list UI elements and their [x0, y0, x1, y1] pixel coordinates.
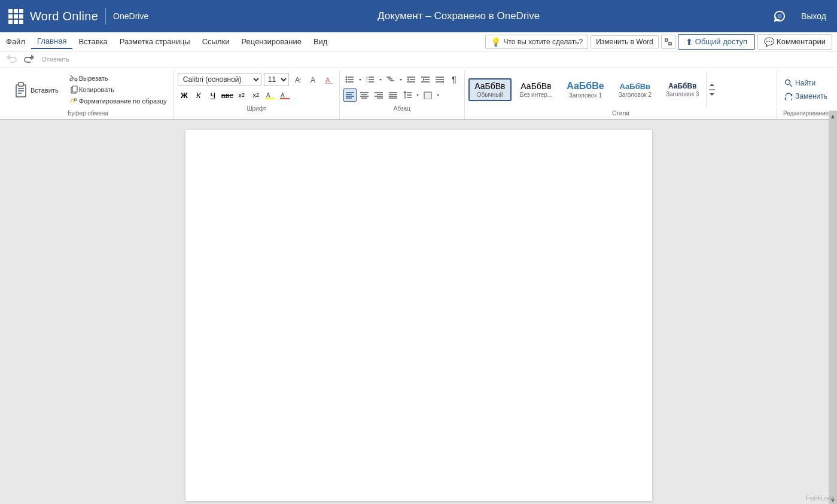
styles-section: АаБбВв Обычный АаБбВв Без интер... АаБбВ…	[465, 71, 777, 119]
svg-point-24	[345, 81, 347, 83]
underline-button[interactable]: Ч	[206, 88, 220, 102]
shading-button[interactable]	[421, 88, 434, 102]
font-grow-button[interactable]: A+	[291, 73, 305, 86]
menu-references[interactable]: Ссылки	[196, 35, 236, 48]
svg-rect-63	[424, 92, 431, 99]
font-family-select[interactable]: Calibri (основной)	[178, 73, 261, 86]
font-color-button[interactable]: A	[278, 88, 291, 102]
bullets-dropdown[interactable]	[358, 77, 363, 83]
clipboard-section: Вставить Вырезать Копировать Форматирова…	[2, 71, 174, 119]
svg-text:+: +	[299, 77, 302, 82]
style-normal[interactable]: АаБбВв Обычный	[468, 78, 512, 101]
style-heading3[interactable]: АаБбВв Заголовок 3	[660, 79, 705, 100]
font-shrink-button[interactable]: A-	[307, 73, 320, 86]
styles-expand-button[interactable]	[706, 72, 717, 108]
comments-button[interactable]: 💬 Комментарии	[757, 34, 832, 50]
waffle-icon[interactable]	[6, 7, 25, 26]
numbering-button[interactable]: 1.2.3.	[364, 73, 377, 86]
svg-text:-: -	[314, 77, 316, 82]
onedrive-link[interactable]: OneDrive	[113, 11, 148, 21]
paste-button[interactable]: Вставить	[6, 76, 64, 104]
svg-rect-3	[19, 83, 23, 86]
bold-button[interactable]: Ж	[178, 88, 191, 102]
format-painter-button[interactable]: Форматирование по образцу	[66, 96, 170, 106]
menu-layout[interactable]: Разметка страницы	[114, 35, 196, 48]
help-search[interactable]: 💡 Что вы хотите сделать?	[485, 35, 588, 49]
line-spacing-button[interactable]	[401, 88, 414, 102]
style-heading1[interactable]: АаБбВе Заголовок 1	[561, 78, 610, 102]
font-size-select[interactable]: 11	[264, 73, 289, 86]
style-heading2[interactable]: АаБбВв Заголовок 2	[613, 79, 658, 101]
menu-view[interactable]: Вид	[308, 35, 334, 48]
svg-rect-9	[74, 99, 77, 100]
align-center-button[interactable]	[358, 88, 371, 102]
comments-icon: 💬	[764, 37, 774, 47]
justify-button[interactable]	[386, 88, 400, 102]
font-label: Шрифт	[178, 104, 336, 113]
svg-text:A: A	[325, 77, 330, 84]
title-bar: Word Online OneDrive Документ – Сохранен…	[0, 0, 837, 32]
title-divider	[105, 8, 106, 25]
italic-button[interactable]: К	[192, 88, 205, 102]
svg-rect-19	[280, 98, 290, 99]
decrease-indent-button[interactable]	[404, 73, 418, 86]
numbering-dropdown[interactable]	[378, 77, 383, 83]
app-name: Word Online	[30, 10, 98, 23]
increase-indent-button[interactable]	[419, 73, 432, 86]
paragraph-section: 1.2.3. ¶	[340, 71, 465, 119]
highlight-button[interactable]: A	[264, 88, 277, 102]
multilevel-dropdown[interactable]	[398, 77, 403, 83]
svg-point-65	[786, 80, 790, 85]
replace-button[interactable]: Заменить	[782, 91, 830, 102]
rtl-button[interactable]	[433, 73, 446, 86]
align-right-button[interactable]	[372, 88, 385, 102]
svg-point-22	[345, 79, 347, 81]
watermark: Fishki.net	[805, 494, 833, 502]
svg-rect-1	[669, 42, 671, 45]
exit-button[interactable]: Выход	[796, 9, 831, 23]
bullets-button[interactable]	[343, 73, 357, 86]
styles-label: Стили	[468, 109, 773, 118]
menu-bar: Файл Главная Вставка Разметка страницы С…	[0, 32, 837, 51]
style-no-spacing[interactable]: АаБбВв Без интер...	[514, 78, 558, 101]
svg-text:A: A	[281, 92, 285, 99]
menu-file[interactable]: Файл	[0, 35, 31, 48]
menu-review[interactable]: Рецензирование	[236, 35, 308, 48]
show-marks-button[interactable]: ¶	[448, 73, 461, 86]
subscript-button[interactable]: x2	[235, 88, 248, 102]
undo-button[interactable]	[4, 51, 20, 68]
svg-rect-8	[72, 86, 77, 92]
scroll-up-arrow[interactable]: ▲	[829, 112, 837, 120]
right-scrollbar[interactable]: ▲ ▼	[829, 111, 837, 504]
shading-dropdown[interactable]	[436, 92, 440, 98]
skype-icon[interactable]	[769, 5, 790, 27]
align-left-button[interactable]	[343, 88, 357, 102]
center-title: Документ – Сохранено в OneDrive	[148, 10, 769, 22]
clipboard-label: Буфер обмена	[6, 109, 170, 118]
superscript-button[interactable]: x2	[249, 88, 263, 102]
svg-line-66	[790, 84, 792, 87]
menu-insert[interactable]: Вставка	[72, 35, 113, 48]
svg-point-20	[345, 77, 347, 78]
multilevel-button[interactable]	[384, 73, 397, 86]
share-button[interactable]: ⬆ Общий доступ	[678, 34, 755, 50]
svg-rect-17	[266, 98, 275, 99]
copy-button[interactable]: Копировать	[66, 84, 170, 95]
change-word-btn[interactable]: Изменить в Word	[591, 35, 659, 48]
strikethrough-button[interactable]: aвс	[221, 88, 234, 102]
editing-label: Редактирование	[781, 109, 831, 118]
paste-icon	[11, 79, 31, 101]
editing-section: Найти Заменить Редактирование	[777, 71, 835, 119]
document-area[interactable]	[0, 120, 837, 504]
svg-text:A: A	[266, 92, 270, 99]
document-page[interactable]	[185, 130, 652, 501]
line-spacing-dropdown[interactable]	[415, 92, 420, 98]
find-button[interactable]: Найти	[782, 78, 830, 88]
ribbon: Вставить Вырезать Копировать Форматирова…	[0, 68, 837, 120]
expand-btn[interactable]	[661, 35, 675, 49]
menu-home[interactable]: Главная	[31, 34, 72, 49]
cut-button[interactable]: Вырезать	[66, 73, 170, 84]
lightbulb-icon: 💡	[491, 37, 501, 47]
clear-format-button[interactable]: A	[322, 73, 336, 86]
redo-button[interactable]	[20, 51, 37, 68]
